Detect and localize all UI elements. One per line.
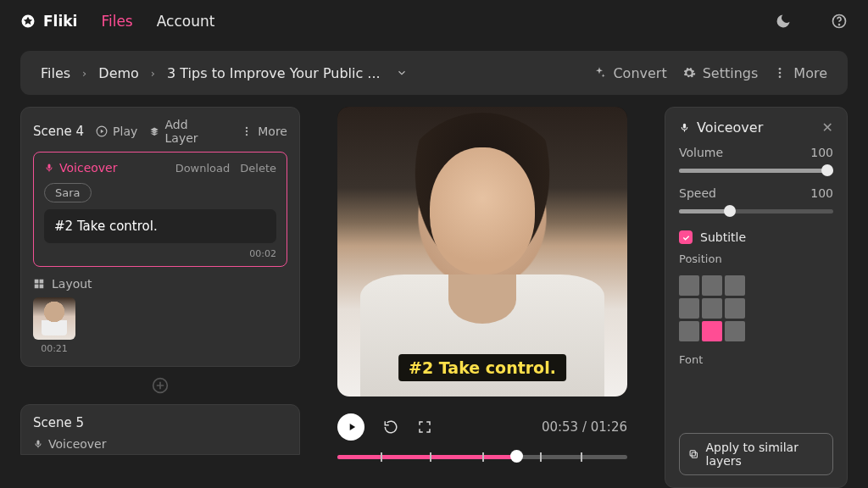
pos-8[interactable] [725, 321, 745, 341]
scene-play-button[interactable]: Play [96, 125, 137, 138]
voiceover-text-input[interactable] [44, 209, 276, 243]
svg-rect-11 [35, 285, 39, 289]
play-icon [346, 421, 358, 433]
svg-rect-15 [690, 451, 695, 456]
font-label: Font [679, 353, 833, 366]
subtitle-caption: #2 Take control. [398, 354, 566, 381]
mic-icon [44, 163, 54, 173]
brand[interactable]: Fliki [20, 13, 77, 30]
play-icon [96, 125, 108, 137]
seek-knob[interactable] [510, 450, 523, 463]
thumbnail-time: 00:21 [33, 343, 75, 354]
convert-label: Convert [613, 65, 666, 81]
help-icon[interactable] [831, 13, 848, 30]
nav-account[interactable]: Account [157, 13, 215, 30]
chevron-right-icon: › [82, 67, 86, 80]
seek-bar[interactable] [337, 452, 627, 461]
scene-more-button[interactable]: More [241, 125, 287, 138]
pos-6[interactable] [679, 321, 699, 341]
slider-knob[interactable] [724, 205, 736, 217]
scene-4-title: Scene 4 [33, 124, 84, 139]
layout-thumbnail[interactable] [33, 297, 75, 340]
settings-label: Settings [703, 65, 759, 81]
svg-point-4 [779, 75, 782, 78]
add-scene-icon[interactable] [152, 377, 169, 394]
pos-5[interactable] [725, 298, 745, 319]
copy-icon [688, 448, 699, 460]
chevron-right-icon: › [151, 67, 155, 80]
play-button[interactable] [337, 413, 364, 441]
crumb-title[interactable]: 3 Tips to Improve Your Public ... [167, 65, 381, 81]
volume-slider[interactable] [679, 164, 833, 176]
voice-chip[interactable]: Sara [44, 183, 92, 202]
volume-value: 100 [810, 146, 833, 159]
subtitle-checkbox[interactable] [679, 230, 693, 244]
delete-button[interactable]: Delete [240, 162, 276, 175]
add-layer-button[interactable]: Add Layer [149, 118, 217, 145]
svg-rect-12 [40, 285, 44, 289]
speed-label: Speed [679, 186, 716, 200]
pos-4[interactable] [702, 298, 722, 319]
pos-2[interactable] [725, 275, 745, 296]
clip-duration: 00:02 [44, 248, 276, 259]
layout-icon [33, 278, 45, 290]
scene-marker [540, 452, 542, 462]
scene-5-title: Scene 5 [33, 415, 84, 430]
mic-icon [679, 122, 690, 133]
settings-button[interactable]: Settings [682, 65, 759, 81]
pos-0[interactable] [679, 275, 699, 296]
svg-point-6 [246, 127, 248, 129]
apply-similar-button[interactable]: Apply to similar layers [679, 433, 833, 475]
voiceover-label: Voiceover [44, 161, 117, 175]
pos-3[interactable] [679, 298, 699, 319]
svg-point-3 [779, 72, 782, 75]
nav-files[interactable]: Files [101, 13, 132, 30]
scene-marker [430, 452, 431, 462]
more-label: More [793, 65, 827, 81]
scene-marker [482, 452, 484, 462]
crumb-files[interactable]: Files [41, 65, 70, 81]
chevron-down-icon[interactable] [396, 67, 408, 79]
svg-point-8 [246, 134, 248, 136]
gear-icon [682, 66, 696, 80]
slider-knob[interactable] [821, 164, 833, 176]
scene-marker [381, 452, 382, 462]
voiceover-block[interactable]: Voiceover Download Delete Sara 00:02 [33, 152, 287, 267]
position-grid [679, 275, 833, 341]
more-button[interactable]: More [773, 65, 827, 81]
replay-icon[interactable] [383, 419, 398, 435]
voiceover-properties-panel: Voiceover ✕ Volume 100 Speed 100 [665, 107, 848, 488]
scene-marker [581, 452, 582, 462]
svg-rect-14 [692, 452, 697, 458]
play-label: Play [113, 125, 137, 138]
speed-value: 100 [810, 186, 833, 200]
layers-icon [149, 125, 159, 137]
svg-point-2 [779, 68, 782, 70]
subtitle-label: Subtitle [700, 230, 746, 244]
video-preview[interactable]: #2 Take control. [337, 107, 627, 396]
timecode: 00:53 / 01:26 [542, 419, 627, 435]
svg-rect-9 [35, 280, 39, 284]
volume-label: Volume [679, 146, 723, 159]
more-vertical-icon [773, 66, 787, 80]
crumb-demo[interactable]: Demo [98, 65, 139, 81]
speed-slider[interactable] [679, 205, 833, 217]
download-button[interactable]: Download [175, 162, 231, 175]
mic-icon [33, 439, 43, 449]
apply-label: Apply to similar layers [706, 441, 825, 468]
svg-point-1 [839, 25, 840, 25]
dark-mode-icon[interactable] [775, 13, 792, 30]
add-layer-label: Add Layer [165, 118, 218, 145]
breadcrumb: Files › Demo › 3 Tips to Improve Your Pu… [41, 65, 408, 81]
svg-point-7 [246, 130, 248, 132]
layout-row[interactable]: Layout [33, 277, 287, 291]
layout-label: Layout [52, 277, 92, 291]
convert-button[interactable]: Convert [593, 65, 666, 81]
close-icon[interactable]: ✕ [822, 119, 833, 136]
svg-rect-10 [40, 280, 44, 284]
pos-7[interactable] [702, 321, 722, 341]
scene-5-card[interactable]: Scene 5 Voiceover [20, 404, 300, 455]
fullscreen-icon[interactable] [417, 419, 432, 435]
pos-1[interactable] [702, 275, 722, 296]
more-vertical-icon [241, 125, 253, 137]
